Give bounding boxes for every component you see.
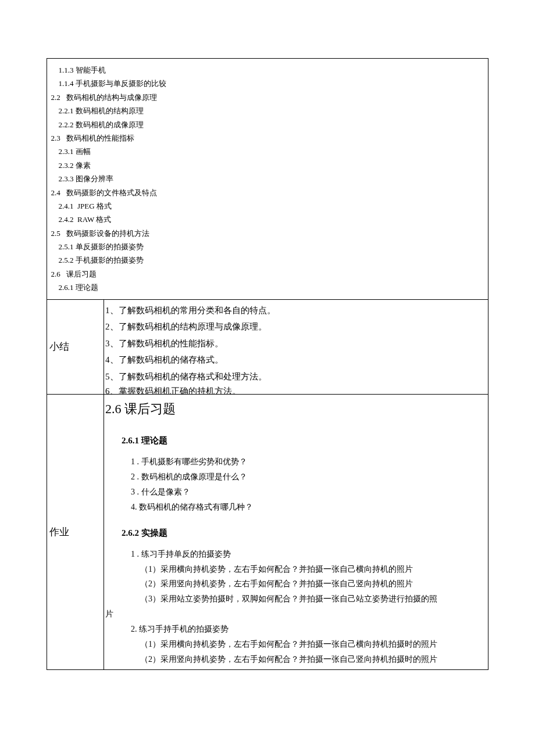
toc-item: 2.5.1 单反摄影的拍摄姿势: [47, 240, 488, 253]
toc-item: 1.1.4 手机摄影与单反摄影的比较: [47, 77, 488, 90]
theory-question: 2 . 数码相机的成像原理是什么？: [131, 470, 487, 485]
practice-item: 1 . 练习手持单反的拍摄姿势: [131, 547, 487, 562]
practice-subitem: （2）采用竖向持机姿势，左右手如何配合？并拍摄一张自己竖向持机的照片: [140, 576, 487, 592]
theory-question: 3 . 什么是像素？: [131, 485, 487, 500]
practice-subitem: （3）采用站立姿势拍摄时，双脚如何配合？并拍摄一张自己站立姿势进行拍摄的照: [140, 592, 487, 607]
summary-content: 1、了解数码相机的常用分类和各自的特点。 2、了解数码相机的结构原理与成像原理。…: [104, 299, 488, 395]
practice-subitem: （1）采用横向持机姿势，左右手如何配合？并拍摄一张自己横向持机拍摄时的照片: [140, 637, 487, 652]
practice-item: 2. 练习手持手机的拍摄姿势: [131, 622, 487, 637]
summary-item: 1、了解数码相机的常用分类和各自的特点。: [105, 302, 487, 319]
practice-subitem: （1）采用横向持机姿势，左右手如何配合？并拍摄一张自己横向持机的照片: [140, 562, 487, 577]
homework-subtitle: 2.6.2 实操题: [122, 528, 487, 539]
summary-item: 2、了解数码相机的结构原理与成像原理。: [105, 318, 487, 335]
theory-question: 4. 数码相机的储存格式有哪几种？: [131, 500, 487, 515]
toc-item: 2.4 数码摄影的文件格式及特点: [47, 186, 488, 199]
toc-item: 2.6.1 理论题: [47, 281, 488, 294]
homework-subtitle: 2.6.1 理论题: [122, 435, 487, 446]
practice-subitem-wrap: 片: [105, 607, 487, 622]
toc-item: 2.5 数码摄影设备的持机方法: [47, 227, 488, 240]
homework-title: 2.6 课后习题: [105, 400, 487, 418]
homework-row: 作业 2.6 课后习题 2.6.1 理论题 1 . 手机摄影有哪些劣势和优势？ …: [47, 395, 488, 670]
toc-item: 2.5.2 手机摄影的拍摄姿势: [47, 253, 488, 267]
homework-label: 作业: [47, 395, 104, 670]
toc-item: 2.3 数码相机的性能指标: [47, 131, 488, 145]
theory-question: 1 . 手机摄影有哪些劣势和优势？: [131, 454, 487, 470]
toc-item: 2.3.1 画幅: [47, 145, 488, 158]
toc-item: 2.4.2 RAW 格式: [47, 213, 488, 226]
toc-item: 2.2 数码相机的结构与成像原理: [47, 91, 488, 104]
summary-row: 小结 1、了解数码相机的常用分类和各自的特点。 2、了解数码相机的结构原理与成像…: [47, 299, 488, 395]
summary-item: 4、了解数码相机的储存格式。: [105, 352, 487, 368]
document-table: 1.1.3 智能手机 1.1.4 手机摄影与单反摄影的比较 2.2 数码相机的结…: [47, 58, 488, 670]
summary-item: 3、了解数码相机的性能指标。: [105, 335, 487, 352]
homework-content: 2.6 课后习题 2.6.1 理论题 1 . 手机摄影有哪些劣势和优势？ 2 .…: [104, 395, 488, 670]
toc-item: 2.6 课后习题: [47, 267, 488, 281]
toc-item: 2.2.1 数码相机的结构原理: [47, 104, 488, 117]
practice-subitem: （2）采用竖向持机姿势，左右手如何配合？并拍摄一张自己竖向持机拍摄时的照片: [140, 652, 487, 667]
toc-item: 2.4.1 JPEG 格式: [47, 199, 488, 213]
toc-item: 1.1.3 智能手机: [47, 63, 488, 77]
toc-item: 2.3.2 像素: [47, 159, 488, 172]
toc-item: 2.2.2 数码相机的成像原理: [47, 118, 488, 131]
summary-item: 6、掌握数码相机正确的持机方法。: [105, 385, 487, 394]
toc-section: 1.1.3 智能手机 1.1.4 手机摄影与单反摄影的比较 2.2 数码相机的结…: [47, 59, 488, 300]
toc-item: 2.3.3 图像分辨率: [47, 172, 488, 185]
summary-label: 小结: [47, 299, 104, 395]
summary-item: 5、了解数码相机的储存格式和处理方法。: [105, 368, 487, 385]
